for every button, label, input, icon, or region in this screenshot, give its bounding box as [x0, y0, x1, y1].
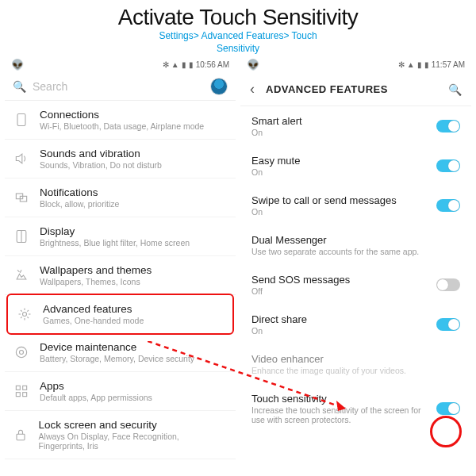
instruction-header: Activate Touch Sensitivity Settings> Adv…: [0, 0, 476, 56]
row-device-maintenance[interactable]: Device maintenanceBattery, Storage, Memo…: [5, 333, 236, 372]
row-notifications[interactable]: NotificationsBlock, allow, prioritize: [5, 178, 236, 217]
wifi-icon: ▲: [407, 60, 415, 69]
search-icon: 🔍: [13, 80, 26, 93]
reddit-icon: 👽: [247, 59, 259, 71]
row-wallpapers[interactable]: Wallpapers and themesWallpapers, Themes,…: [5, 256, 236, 295]
wallpaper-icon: [13, 267, 30, 284]
wifi-icon: ▲: [171, 60, 179, 69]
notifications-icon: [13, 189, 30, 206]
svg-point-6: [16, 347, 26, 358]
svg-rect-11: [23, 393, 27, 397]
profile-avatar[interactable]: [210, 78, 228, 95]
row-display[interactable]: DisplayBrightness, Blue light filter, Ho…: [5, 217, 236, 256]
breadcrumb-line2: Sensitivity: [217, 43, 259, 54]
row-sounds[interactable]: Sounds and vibrationSounds, Vibration, D…: [5, 140, 236, 178]
apps-icon: [13, 382, 30, 400]
page-title: Activate Touch Sensitivity: [0, 5, 476, 30]
clock-text: 11:57 AM: [432, 60, 465, 69]
settings-list: ConnectionsWi-Fi, Bluetooth, Data usage,…: [5, 101, 236, 459]
toggle-switch[interactable]: [436, 199, 460, 212]
svg-point-5: [23, 313, 27, 317]
signal-icon: ▮: [182, 60, 186, 69]
row-connections[interactable]: ConnectionsWi-Fi, Bluetooth, Data usage,…: [5, 101, 236, 140]
reddit-icon: 👽: [11, 59, 24, 71]
back-icon[interactable]: ‹: [250, 81, 255, 98]
display-icon: [13, 228, 30, 245]
row-sos[interactable]: Send SOS messagesOff: [240, 265, 471, 305]
toggle-switch[interactable]: [436, 278, 460, 291]
page-header-title: ADVANCED FEATURES: [266, 83, 437, 95]
row-smart-alert[interactable]: Smart alertOn: [240, 106, 471, 146]
bluetooth-icon: ✻: [163, 60, 169, 69]
connections-icon: [13, 111, 30, 129]
battery-icon: ▮: [424, 60, 429, 69]
toggle-switch[interactable]: [436, 318, 460, 331]
row-lock-screen[interactable]: Lock screen and securityAlways On Displa…: [5, 411, 236, 459]
signal-icon: ▮: [417, 60, 422, 69]
row-swipe-call[interactable]: Swipe to call or send messagesOn: [240, 186, 471, 225]
svg-rect-12: [17, 434, 25, 440]
svg-rect-0: [17, 114, 25, 126]
page-header: ‹ ADVANCED FEATURES 🔍: [240, 73, 471, 106]
row-advanced-features[interactable]: Advanced featuresGames, One-handed mode: [6, 294, 234, 335]
row-touch-sensitivity[interactable]: Touch sensitivityIncrease the touch sens…: [240, 384, 471, 433]
row-video-enhancer[interactable]: Video enhancerEnhance the image quality …: [240, 344, 471, 384]
toggle-switch[interactable]: [436, 120, 460, 132]
bluetooth-icon: ✻: [398, 60, 405, 69]
row-dual-messenger[interactable]: Dual MessengerUse two separate accounts …: [240, 225, 471, 265]
svg-rect-10: [16, 393, 20, 397]
battery-icon: ▮: [189, 60, 194, 69]
lock-icon: [13, 426, 29, 443]
row-easy-mute[interactable]: Easy muteOn: [240, 146, 471, 186]
toggle-switch[interactable]: [436, 159, 460, 172]
advanced-icon: [16, 305, 33, 323]
settings-screen: 👽 ✻ ▲ ▮ ▮ 10:56 AM 🔍 Search ConnectionsW…: [5, 56, 236, 465]
svg-rect-8: [16, 386, 20, 390]
search-bar[interactable]: 🔍 Search: [5, 73, 236, 101]
clock-text: 10:56 AM: [196, 60, 229, 69]
breadcrumb-line1: Settings> Advanced Features> Touch: [159, 30, 317, 41]
toggle-switch[interactable]: [436, 402, 460, 415]
maintenance-icon: [13, 344, 30, 361]
status-bar: 👽 ✻ ▲ ▮ ▮ 10:56 AM: [5, 56, 236, 73]
search-placeholder: Search: [33, 80, 204, 93]
sound-icon: [13, 150, 30, 167]
search-icon[interactable]: 🔍: [448, 83, 462, 96]
row-direct-share[interactable]: Direct shareOn: [240, 305, 471, 344]
advanced-features-screen: 👽 ✻ ▲ ▮ ▮ 11:57 AM ‹ ADVANCED FEATURES 🔍…: [240, 56, 471, 465]
breadcrumb: Settings> Advanced Features> Touch Sensi…: [0, 30, 476, 55]
svg-rect-9: [23, 386, 27, 390]
row-apps[interactable]: AppsDefault apps, App permissions: [5, 372, 236, 411]
status-bar: 👽 ✻ ▲ ▮ ▮ 11:57 AM: [240, 56, 471, 73]
svg-point-7: [20, 351, 24, 355]
